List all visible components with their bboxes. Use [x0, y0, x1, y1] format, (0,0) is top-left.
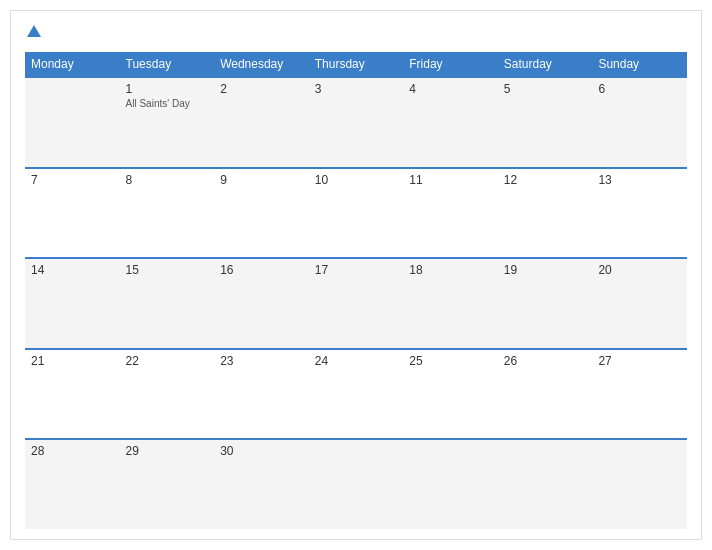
day-cell: 4 — [403, 78, 498, 167]
day-number: 29 — [126, 444, 209, 458]
day-number: 18 — [409, 263, 492, 277]
day-cell: 15 — [120, 259, 215, 348]
day-cell: 26 — [498, 350, 593, 439]
day-header-sunday: Sunday — [592, 52, 687, 76]
day-number: 26 — [504, 354, 587, 368]
day-number: 4 — [409, 82, 492, 96]
day-number: 22 — [126, 354, 209, 368]
day-cell — [592, 440, 687, 529]
day-number: 14 — [31, 263, 114, 277]
day-header-thursday: Thursday — [309, 52, 404, 76]
day-cell: 22 — [120, 350, 215, 439]
day-number: 11 — [409, 173, 492, 187]
day-cell: 3 — [309, 78, 404, 167]
day-header-monday: Monday — [25, 52, 120, 76]
day-cell: 16 — [214, 259, 309, 348]
day-number: 16 — [220, 263, 303, 277]
day-number: 3 — [315, 82, 398, 96]
day-number: 13 — [598, 173, 681, 187]
calendar-grid: Monday Tuesday Wednesday Thursday Friday… — [25, 52, 687, 529]
week-row-3: 14151617181920 — [25, 257, 687, 348]
day-number: 12 — [504, 173, 587, 187]
day-number: 9 — [220, 173, 303, 187]
day-number: 10 — [315, 173, 398, 187]
day-number: 8 — [126, 173, 209, 187]
day-headers: Monday Tuesday Wednesday Thursday Friday… — [25, 52, 687, 76]
calendar-container: Monday Tuesday Wednesday Thursday Friday… — [10, 10, 702, 540]
day-cell — [25, 78, 120, 167]
day-cell: 5 — [498, 78, 593, 167]
day-cell: 7 — [25, 169, 120, 258]
day-cell: 10 — [309, 169, 404, 258]
day-number: 25 — [409, 354, 492, 368]
day-header-wednesday: Wednesday — [214, 52, 309, 76]
day-cell: 1All Saints' Day — [120, 78, 215, 167]
day-cell: 18 — [403, 259, 498, 348]
day-number: 17 — [315, 263, 398, 277]
logo-triangle-icon — [27, 25, 41, 37]
day-cell: 9 — [214, 169, 309, 258]
day-cell: 27 — [592, 350, 687, 439]
day-number: 20 — [598, 263, 681, 277]
day-cell: 23 — [214, 350, 309, 439]
day-cell: 14 — [25, 259, 120, 348]
day-number: 15 — [126, 263, 209, 277]
day-cell: 13 — [592, 169, 687, 258]
day-cell: 6 — [592, 78, 687, 167]
day-number: 2 — [220, 82, 303, 96]
day-number: 5 — [504, 82, 587, 96]
week-row-5: 282930 — [25, 438, 687, 529]
day-cell: 24 — [309, 350, 404, 439]
day-cell — [309, 440, 404, 529]
day-cell: 2 — [214, 78, 309, 167]
day-number: 30 — [220, 444, 303, 458]
day-header-saturday: Saturday — [498, 52, 593, 76]
day-cell: 17 — [309, 259, 404, 348]
day-number: 7 — [31, 173, 114, 187]
day-cell — [498, 440, 593, 529]
day-cell: 20 — [592, 259, 687, 348]
day-header-friday: Friday — [403, 52, 498, 76]
day-number: 24 — [315, 354, 398, 368]
day-number: 19 — [504, 263, 587, 277]
holiday-label: All Saints' Day — [126, 98, 209, 109]
day-cell — [403, 440, 498, 529]
week-row-4: 21222324252627 — [25, 348, 687, 439]
day-cell: 12 — [498, 169, 593, 258]
day-number: 1 — [126, 82, 209, 96]
calendar-header — [25, 21, 687, 42]
day-cell: 11 — [403, 169, 498, 258]
day-cell: 29 — [120, 440, 215, 529]
day-cell: 8 — [120, 169, 215, 258]
week-row-1: 1All Saints' Day23456 — [25, 76, 687, 167]
day-number: 28 — [31, 444, 114, 458]
day-cell: 30 — [214, 440, 309, 529]
day-number: 23 — [220, 354, 303, 368]
week-row-2: 78910111213 — [25, 167, 687, 258]
day-cell: 28 — [25, 440, 120, 529]
day-number: 21 — [31, 354, 114, 368]
day-number: 27 — [598, 354, 681, 368]
day-cell: 25 — [403, 350, 498, 439]
logo-line — [25, 25, 41, 38]
day-header-tuesday: Tuesday — [120, 52, 215, 76]
day-cell: 21 — [25, 350, 120, 439]
weeks: 1All Saints' Day234567891011121314151617… — [25, 76, 687, 529]
day-number: 6 — [598, 82, 681, 96]
day-cell: 19 — [498, 259, 593, 348]
logo-area — [25, 25, 41, 38]
